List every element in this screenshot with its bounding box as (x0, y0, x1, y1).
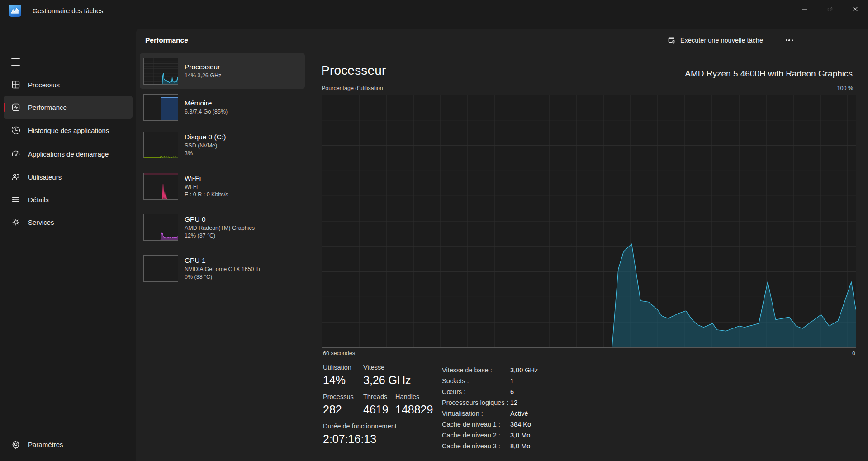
cpu-usage-chart-svg (322, 95, 856, 347)
services-icon (11, 217, 21, 227)
disk-thumbnail-chart (144, 132, 178, 158)
list-item-title: Processeur (185, 63, 221, 71)
page-title: Performance (145, 36, 188, 44)
list-item-wifi[interactable]: Wi-Fi Wi-Fi E : 0 R : 0 Kbits/s (140, 167, 305, 205)
run-new-task-label: Exécuter une nouvelle tâche (680, 37, 763, 44)
chart-x-max-label: 0 (852, 350, 855, 356)
sidebar-item-label: Utilisateurs (28, 173, 62, 181)
stat-row: Cache de niveau 1 :384 Ko (442, 419, 538, 430)
sidebar-item-details[interactable]: Détails (4, 188, 133, 211)
stat-label: Virtualisation : (442, 410, 510, 417)
cpu-model-name: AMD Ryzen 5 4600H with Radeon Graphics (685, 69, 853, 79)
utilization-value: 14% (323, 373, 363, 388)
cpu-thumbnail (143, 58, 178, 85)
list-item-line: 3% (185, 150, 226, 157)
nav-menu-button[interactable] (10, 54, 27, 70)
stat-value: Activé (510, 410, 528, 417)
sidebar-item-label: Paramètres (28, 440, 63, 449)
minimize-button[interactable] (792, 0, 817, 18)
run-new-task-button[interactable]: Exécuter une nouvelle tâche (662, 32, 768, 48)
stat-label: Cache de niveau 1 : (442, 421, 510, 428)
list-item-memoire[interactable]: Mémoire 6,3/7,4 Go (85%) (140, 91, 305, 123)
list-item-title: Disque 0 (C:) (185, 133, 226, 141)
list-item-processeur[interactable]: Processeur 14% 3,26 GHz (140, 53, 305, 89)
startup-apps-icon (11, 149, 21, 159)
list-item-line: E : 0 R : 0 Kbits/s (185, 191, 228, 199)
list-item-line: NVIDIA GeForce GTX 1650 Ti (185, 266, 260, 273)
list-item-gpu-1[interactable]: GPU 1 NVIDIA GeForce GTX 1650 Ti 0% (38 … (140, 249, 305, 288)
sidebar-item-label: Applications de démarrage (28, 150, 109, 158)
list-item-line: Wi-Fi (185, 183, 228, 191)
stat-label: Cache de niveau 3 : (442, 442, 510, 450)
title-bar: Gestionnaire des tâches (0, 0, 868, 23)
uptime-value: 2:07:16:13 (323, 432, 376, 447)
stat-row: Vitesse de base :3,00 GHz (442, 365, 538, 375)
gpu1-thumbnail (143, 255, 178, 282)
sidebar-item-utilisateurs[interactable]: Utilisateurs (4, 166, 133, 188)
performance-icon (11, 102, 21, 112)
stat-row: Cache de niveau 2 :3,0 Mo (442, 430, 538, 441)
minimize-icon (802, 6, 807, 12)
details-icon (11, 195, 21, 204)
stat-value: 3,00 GHz (510, 366, 538, 374)
close-button[interactable] (843, 0, 868, 18)
chart-y-max-label: 100 % (837, 85, 853, 91)
stat-row: Sockets :1 (442, 375, 538, 386)
sidebar-item-label: Détails (28, 195, 49, 204)
selected-accent-bar (4, 103, 5, 112)
sidebar-item-historique-des-applications[interactable]: Historique des applications (4, 119, 133, 142)
stat-row: Cœurs :6 (442, 386, 538, 397)
more-options-button[interactable] (779, 32, 799, 48)
close-icon (853, 6, 858, 12)
sidebar-item-processus[interactable]: Processus (4, 73, 133, 96)
navigation-rail: Processus Performance Historique des app… (0, 23, 136, 461)
list-item-line: SSD (NVMe) (185, 142, 226, 150)
memory-thumbnail-chart (144, 95, 178, 120)
nav-settings: Paramètres (0, 433, 136, 456)
gpu0-thumbnail (143, 214, 178, 241)
sidebar-item-label: Processus (28, 81, 60, 89)
sidebar-item-performance[interactable]: Performance (4, 96, 133, 119)
stat-value: 8,0 Mo (510, 442, 530, 450)
gpu1-thumbnail-chart (144, 256, 178, 281)
cpu-usage-chart[interactable] (322, 95, 856, 348)
list-item-line: 14% 3,26 GHz (185, 72, 221, 80)
sidebar-item-services[interactable]: Services (4, 211, 133, 233)
stat-label: Cache de niveau 2 : (442, 432, 510, 439)
task-manager-window: Gestionnaire des tâches Processus (0, 0, 868, 461)
sidebar-item-label: Services (28, 218, 54, 227)
restore-button[interactable] (817, 0, 843, 18)
stat-label: Processus (323, 393, 363, 402)
stat-label: Handles (395, 393, 419, 402)
cpu-stats-primary: Utilisation Vitesse 14% 3,26 GHz Process… (323, 364, 433, 447)
sidebar-item-applications-de-demarrage[interactable]: Applications de démarrage (4, 142, 133, 166)
processes-value: 282 (323, 402, 363, 418)
task-manager-app-icon (9, 5, 21, 17)
stat-value: 1 (510, 377, 514, 385)
processes-icon (11, 80, 21, 90)
cpu-thumbnail-chart (144, 58, 178, 84)
gpu0-thumbnail-chart (144, 214, 178, 240)
list-item-title: Mémoire (185, 99, 228, 107)
sidebar-item-parametres[interactable]: Paramètres (4, 433, 133, 456)
window-title: Gestionnaire des tâches (33, 7, 103, 14)
wifi-thumbnail (143, 173, 178, 200)
new-task-icon (668, 36, 676, 44)
chart-x-min-label: 60 secondes (323, 350, 355, 356)
list-item-disque-0[interactable]: Disque 0 (C:) SSD (NVMe) 3% (140, 126, 305, 164)
handles-value: 148829 (395, 402, 433, 418)
nav-list: Processus Performance Historique des app… (0, 73, 136, 233)
stat-label: Threads (363, 393, 395, 402)
list-item-title: GPU 1 (185, 257, 260, 265)
list-item-gpu-0[interactable]: GPU 0 AMD Radeon(TM) Graphics 12% (37 °C… (140, 208, 305, 247)
cpu-stats-secondary: Vitesse de base :3,00 GHz Sockets :1 Cœu… (442, 365, 538, 451)
list-item-line: 0% (38 °C) (185, 273, 260, 281)
list-item-line: AMD Radeon(TM) Graphics (185, 224, 255, 232)
memory-thumbnail (143, 94, 178, 121)
disk-thumbnail (143, 132, 178, 158)
stat-label: Cœurs : (442, 388, 510, 395)
users-icon (11, 172, 21, 182)
stat-row: Cache de niveau 3 :8,0 Mo (442, 441, 538, 451)
stat-value: 3,0 Mo (510, 432, 530, 439)
stat-row: Processeurs logiques :12 (442, 397, 538, 408)
